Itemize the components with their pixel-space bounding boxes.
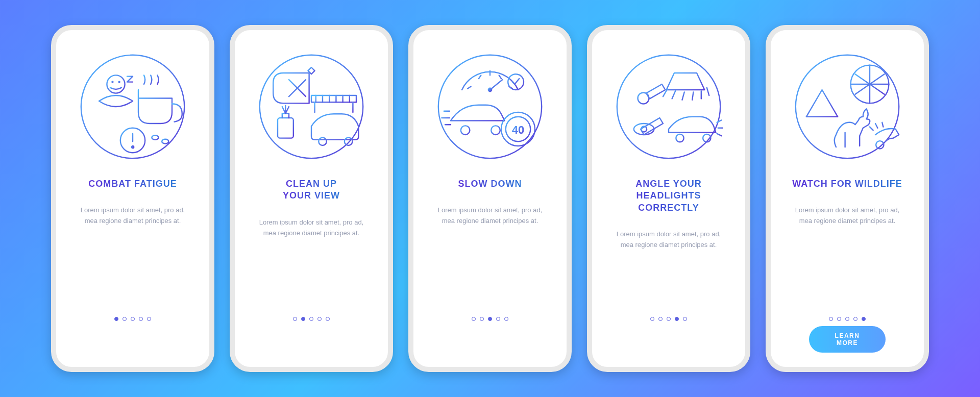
svg-point-16 bbox=[491, 126, 500, 135]
svg-point-2 bbox=[111, 81, 113, 83]
screen-title: WATCH FOR WILDLIFE bbox=[788, 178, 906, 190]
dot-2[interactable] bbox=[658, 317, 663, 321]
dot-5[interactable] bbox=[326, 317, 330, 321]
dot-5[interactable] bbox=[147, 317, 151, 321]
screen-title: CLEAN UPYOUR VIEW bbox=[279, 178, 344, 202]
dot-5[interactable] bbox=[862, 317, 866, 321]
page-indicator bbox=[829, 317, 866, 321]
screen-description: Lorem ipsum dolor sit amet, pro ad, mea … bbox=[245, 217, 378, 239]
fatigue-icon bbox=[77, 51, 189, 163]
learn-more-button[interactable]: LEARN MORE bbox=[809, 326, 886, 353]
svg-point-0 bbox=[81, 55, 184, 158]
dot-2[interactable] bbox=[301, 317, 305, 321]
dot-5[interactable] bbox=[683, 317, 687, 321]
svg-rect-8 bbox=[278, 118, 293, 138]
svg-point-3 bbox=[118, 81, 120, 83]
screen-description: Lorem ipsum dolor sit amet, pro ad, mea … bbox=[424, 205, 556, 227]
svg-point-7 bbox=[260, 55, 363, 158]
screen-description: Lorem ipsum dolor sit amet, pro ad, mea … bbox=[602, 229, 735, 251]
onboarding-screen-slow-down: 40 SLOW DOWN Lorem ipsum dolor sit amet,… bbox=[408, 25, 572, 372]
dot-4[interactable] bbox=[675, 317, 679, 321]
screen-title: COMBAT FATIGUE bbox=[84, 178, 181, 190]
dot-1[interactable] bbox=[472, 317, 476, 321]
svg-point-23 bbox=[676, 134, 683, 142]
dot-2[interactable] bbox=[837, 317, 841, 321]
headlights-icon bbox=[612, 51, 725, 163]
dot-1[interactable] bbox=[114, 317, 118, 321]
screen-title: SLOW DOWN bbox=[454, 178, 526, 190]
dot-1[interactable] bbox=[650, 317, 654, 321]
onboarding-screen-clean-view: CLEAN UPYOUR VIEW Lorem ipsum dolor sit … bbox=[230, 25, 393, 372]
svg-point-15 bbox=[461, 126, 470, 135]
onboarding-screen-headlights: ANGLE YOURHEADLIGHTS CORRECTLY Lorem ips… bbox=[587, 25, 750, 372]
onboarding-screen-combat-fatigue: COMBAT FATIGUE Lorem ipsum dolor sit ame… bbox=[51, 25, 214, 372]
page-indicator bbox=[114, 317, 151, 321]
dot-1[interactable] bbox=[829, 317, 833, 321]
dot-1[interactable] bbox=[293, 317, 297, 321]
dot-2[interactable] bbox=[480, 317, 484, 321]
page-indicator bbox=[650, 317, 687, 321]
screen-title: ANGLE YOURHEADLIGHTS CORRECTLY bbox=[602, 178, 735, 214]
svg-point-13 bbox=[488, 88, 493, 92]
svg-point-10 bbox=[318, 138, 326, 145]
dot-4[interactable] bbox=[317, 317, 322, 321]
dot-4[interactable] bbox=[496, 317, 500, 321]
dot-2[interactable] bbox=[122, 317, 127, 321]
wildlife-icon bbox=[791, 51, 903, 163]
slow-icon: 40 bbox=[434, 51, 546, 163]
page-indicator bbox=[472, 317, 508, 321]
dot-3[interactable] bbox=[845, 317, 849, 321]
page-indicator bbox=[293, 317, 330, 321]
dot-3[interactable] bbox=[667, 317, 671, 321]
dot-3[interactable] bbox=[131, 317, 135, 321]
dot-4[interactable] bbox=[853, 317, 857, 321]
svg-point-4 bbox=[152, 135, 158, 140]
clean-icon bbox=[255, 51, 368, 163]
screen-description: Lorem ipsum dolor sit amet, pro ad, mea … bbox=[781, 205, 914, 227]
dot-3[interactable] bbox=[488, 317, 492, 321]
dot-3[interactable] bbox=[309, 317, 313, 321]
dot-5[interactable] bbox=[504, 317, 508, 321]
svg-point-11 bbox=[345, 138, 352, 145]
svg-point-5 bbox=[162, 139, 168, 144]
onboarding-screen-wildlife: WATCH FOR WILDLIFE Lorem ipsum dolor sit… bbox=[766, 25, 929, 372]
svg-point-20 bbox=[617, 55, 720, 158]
dot-4[interactable] bbox=[139, 317, 143, 321]
screen-description: Lorem ipsum dolor sit amet, pro ad, mea … bbox=[66, 205, 199, 227]
svg-text:40: 40 bbox=[512, 123, 524, 136]
svg-point-1 bbox=[107, 75, 125, 93]
